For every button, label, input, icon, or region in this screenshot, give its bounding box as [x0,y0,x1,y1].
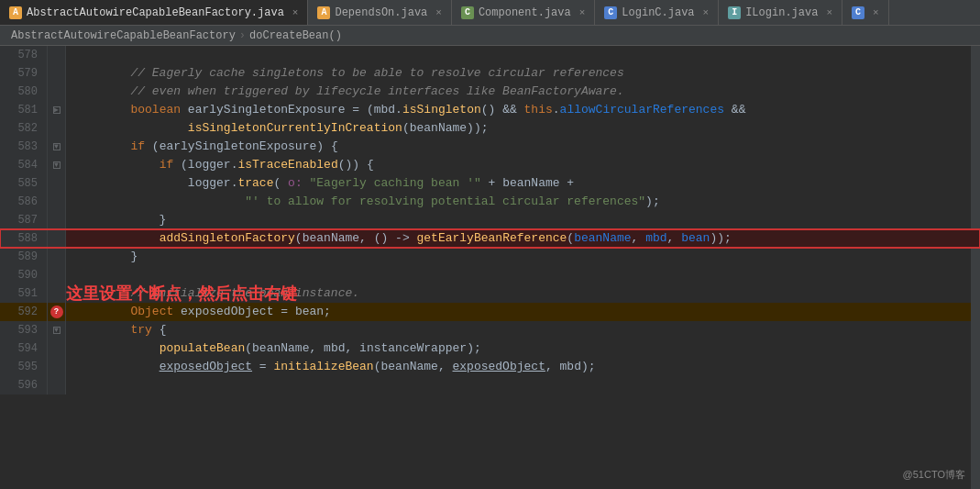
code-content-596 [66,376,980,395]
breakpoint-indicator-592[interactable]: ? [50,306,63,318]
code-content-578 [66,46,980,64]
gutter-580 [48,83,66,101]
code-content-589: } [66,248,980,266]
tab-close-4[interactable]: × [703,7,710,18]
code-content-579: // Eagerly cache singletons to be able t… [66,64,980,83]
fold-583[interactable]: ▼ [53,143,61,150]
code-content-583: if (earlySingletonExposure) { [66,138,980,156]
code-content-587: } [66,211,980,229]
code-line-586: 586 "' to allow for resolving potential … [0,193,980,211]
code-line-585: 585 logger.trace( o: "Eagerly caching be… [0,174,980,193]
tab-component[interactable]: C Component.java × [452,0,595,25]
editor-window: A AbstractAutowireCapableBeanFactory.jav… [0,0,980,489]
gutter-593: ▼ [48,321,66,339]
tab-loginc[interactable]: C LoginC.java × [595,0,719,25]
code-line-591: 591 // Initialize the bean instance. 这里设… [0,284,980,303]
code-content-594: populateBean(beanName, mbd, instanceWrap… [66,339,980,358]
tab-label-4: LoginC.java [622,6,694,19]
code-line-589: 589 } [0,248,980,266]
code-line-594: 594 populateBean(beanName, mbd, instance… [0,339,980,358]
gutter-590 [48,266,66,284]
tab-icon-2: A [317,6,330,19]
code-content-585: logger.trace( o: "Eagerly caching bean '… [66,174,980,193]
code-line-590: 590 [0,266,980,284]
line-number-591: 591 [0,284,48,303]
code-line-596: 596 [0,376,980,395]
breadcrumb-method: doCreateBean() [249,29,342,42]
code-content-592: Object exposedObject = bean; [66,303,980,321]
gutter-583: ▼ [48,138,66,156]
gutter-579 [48,64,66,83]
code-content-584: if (logger.isTraceEnabled()) { [66,156,980,174]
tab-c[interactable]: C × [842,0,889,25]
code-content-582: isSingletonCurrentlyInCreation(beanName)… [66,119,980,138]
tab-icon-6: C [852,6,864,19]
code-content-581: boolean earlySingletonExposure = (mbd.is… [66,101,980,119]
tab-icon-4: C [604,6,617,19]
code-line-581: 581 ▶ boolean earlySingletonExposure = (… [0,101,980,119]
code-content-590 [66,266,980,284]
tab-icon-3: C [461,6,474,19]
code-content-591: // Initialize the bean instance. [66,284,980,303]
tab-abstract-factory[interactable]: A AbstractAutowireCapableBeanFactory.jav… [0,0,308,25]
code-line-595: 595 exposedObject = initializeBean(beanN… [0,358,980,376]
line-number-587: 587 [0,211,48,229]
line-number-592: 592 [0,303,48,321]
gutter-589 [48,248,66,266]
tab-label-3: Component.java [479,6,571,19]
gutter-596 [48,376,66,395]
gutter-595 [48,358,66,376]
gutter-582 [48,119,66,138]
gutter-585 [48,174,66,193]
tab-ilogin[interactable]: I ILogin.java × [719,0,842,25]
breadcrumb: AbstractAutowireCapableBeanFactory › doC… [0,26,980,46]
gutter-594 [48,339,66,358]
tab-label-2: DependsOn.java [335,6,427,19]
tab-bar: A AbstractAutowireCapableBeanFactory.jav… [0,0,980,26]
code-line-578: 578 [0,46,980,64]
watermark: @51CTO博客 [903,468,965,482]
tab-label-5: ILogin.java [745,6,818,19]
fold-593[interactable]: ▼ [53,327,61,334]
code-line-583: 583 ▼ if (earlySingletonExposure) { [0,138,980,156]
code-line-584: 584 ▼ if (logger.isTraceEnabled()) { [0,156,980,174]
tab-close-1[interactable]: × [292,7,299,18]
gutter-587 [48,211,66,229]
line-number-593: 593 [0,321,48,339]
line-number-590: 590 [0,266,48,284]
gutter-588 [48,229,66,248]
code-area: 578 579 // Eagerly cache singletons to b… [0,46,980,489]
line-number-586: 586 [0,193,48,211]
code-line-587: 587 } [0,211,980,229]
tab-close-5[interactable]: × [826,7,832,18]
gutter-591 [48,284,66,303]
code-content-588: addSingletonFactory(beanName, () -> getE… [66,229,980,248]
tab-close-3[interactable]: × [579,7,586,18]
code-content-595: exposedObject = initializeBean(beanName,… [66,358,980,376]
code-content-580: // even when triggered by lifecycle inte… [66,83,980,101]
fold-584[interactable]: ▼ [53,161,61,169]
gutter-584: ▼ [48,156,66,174]
code-line-588: 588 addSingletonFactory(beanName, () -> … [0,229,980,248]
line-number-578: 578 [0,46,48,64]
code-line-580: 580 // even when triggered by lifecycle … [0,83,980,101]
line-number-594: 594 [0,339,48,358]
line-number-589: 589 [0,248,48,266]
tab-close-6[interactable]: × [873,7,879,18]
line-number-588: 588 [0,229,48,248]
gutter-581: ▶ [48,101,66,119]
breadcrumb-class: AbstractAutowireCapableBeanFactory [11,29,236,42]
code-line-593: 593 ▼ try { [0,321,980,339]
code-content-586: "' to allow for resolving potential circ… [66,193,980,211]
tab-close-2[interactable]: × [435,7,442,18]
line-number-579: 579 [0,64,48,83]
line-number-585: 585 [0,174,48,193]
scrollbar-track[interactable] [971,46,980,489]
line-number-582: 582 [0,119,48,138]
tab-depends-on[interactable]: A DependsOn.java × [308,0,451,25]
gutter-586 [48,193,66,211]
gutter-592[interactable]: ? [48,303,66,321]
fold-581[interactable]: ▶ [53,106,61,114]
tab-label-1: AbstractAutowireCapableBeanFactory.java [27,6,284,19]
code-content-593: try { [66,321,980,339]
